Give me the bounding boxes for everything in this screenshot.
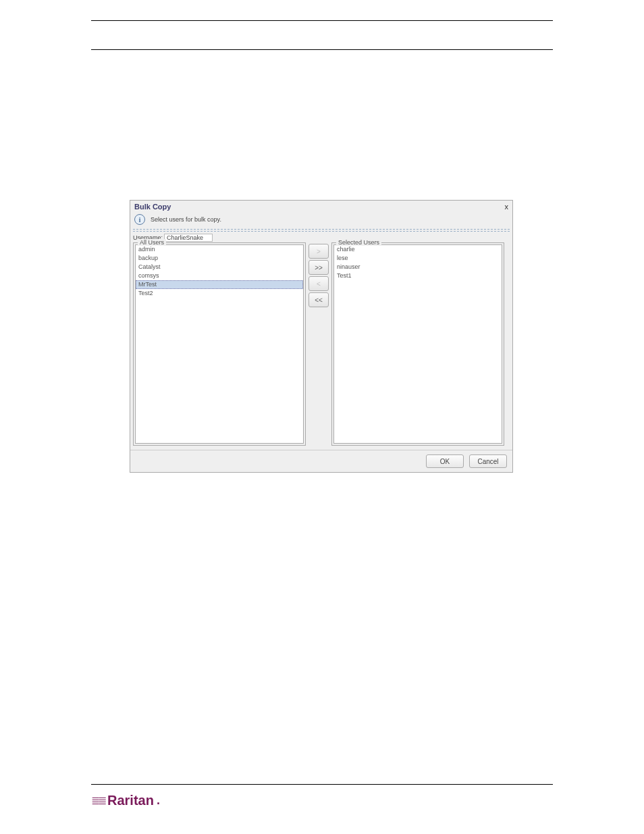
list-item[interactable]: ninauser — [334, 263, 502, 271]
dialog-separator — [133, 229, 510, 232]
header-rule-2 — [91, 49, 553, 50]
brand-logo: ≣≣ Raritan . — [91, 793, 553, 808]
dialog-titlebar: Bulk Copy x — [130, 201, 512, 213]
close-icon[interactable]: x — [505, 203, 509, 211]
list-item[interactable]: lese — [334, 254, 502, 263]
move-all-left-button[interactable]: << — [308, 292, 329, 307]
dialog-footer: OK Cancel — [130, 450, 512, 472]
mover-buttons: > >> < << — [308, 242, 329, 446]
all-users-fieldset: All Users adminbackupCatalystcomsysMrTes… — [133, 242, 306, 446]
page-footer: ≣≣ Raritan . — [91, 784, 553, 808]
dialog-title: Bulk Copy — [134, 203, 171, 211]
all-users-legend: All Users — [138, 239, 166, 246]
ok-button[interactable]: OK — [426, 454, 464, 468]
selected-users-listbox[interactable]: charlieleseninauserTest1 — [333, 244, 502, 444]
list-item[interactable]: Test2 — [136, 289, 303, 298]
username-row: Username: CharlieSnake — [130, 233, 512, 242]
list-item[interactable]: comsys — [136, 271, 303, 280]
brand-dot: . — [157, 793, 160, 808]
list-item[interactable]: Test1 — [334, 271, 502, 280]
bulk-copy-dialog: Bulk Copy x i Select users for bulk copy… — [130, 200, 513, 473]
info-icon: i — [134, 214, 145, 225]
brand-text: Raritan — [107, 793, 154, 808]
list-item[interactable]: Catalyst — [136, 263, 303, 271]
move-left-button[interactable]: < — [308, 276, 329, 291]
dialog-info-text: Select users for bulk copy. — [151, 216, 221, 223]
move-right-button[interactable]: > — [308, 244, 329, 259]
username-value: CharlieSnake — [164, 234, 213, 242]
selected-users-legend: Selected Users — [336, 239, 381, 246]
list-item[interactable]: backup — [136, 254, 303, 263]
all-users-listbox[interactable]: adminbackupCatalystcomsysMrTestTest2 — [135, 244, 304, 444]
brand-mark-icon: ≣≣ — [91, 794, 105, 807]
list-item[interactable]: MrTest — [136, 280, 303, 289]
dialog-infobar: i Select users for bulk copy. — [130, 213, 512, 228]
list-item[interactable]: admin — [136, 245, 303, 254]
cancel-button[interactable]: Cancel — [469, 454, 507, 468]
move-all-right-button[interactable]: >> — [308, 260, 329, 275]
list-item[interactable]: charlie — [334, 245, 502, 254]
selected-users-fieldset: Selected Users charlieleseninauserTest1 — [331, 242, 504, 446]
